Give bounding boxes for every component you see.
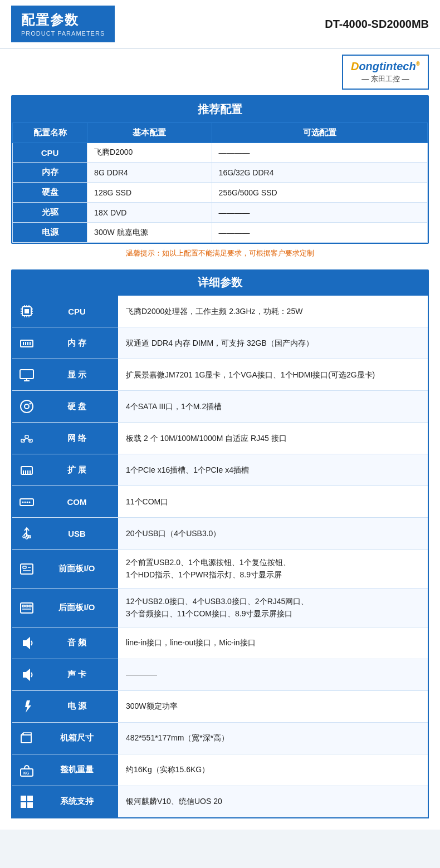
svg-rect-16: [25, 342, 26, 345]
svg-rect-60: [21, 796, 26, 801]
svg-rect-47: [23, 566, 26, 568]
svg-rect-14: [21, 340, 33, 347]
detail-value: 飞腾D2000处理器，工作主频 2.3GHz，功耗：25W: [118, 296, 428, 327]
detail-icon: [17, 301, 37, 321]
recommend-table: 配置名称 基本配置 可选配置 CPU 飞腾D2000 ———— 内存 8G DD…: [12, 122, 428, 243]
row-name: 电源: [13, 223, 87, 243]
list-item: 声 卡 ————: [12, 659, 428, 691]
list-item: 内 存 双通道 DDR4 内存 DIMM，可支持 32GB（国产内存）: [12, 327, 428, 359]
detail-icon: [17, 428, 37, 448]
recommend-section: 推荐配置 配置名称 基本配置 可选配置 CPU 飞腾D2000 ———— 内存 …: [11, 95, 429, 261]
detail-value: 双通道 DDR4 内存 DIMM，可支持 32GB（国产内存）: [118, 327, 428, 359]
detail-label: 音 频: [12, 627, 118, 659]
detail-value: 板载 2 个 10M/100M/1000M 自适应 RJ45 接口: [118, 423, 428, 454]
svg-point-23: [25, 404, 29, 409]
detail-value: 482*551*177mm（宽*深*高）: [118, 723, 428, 754]
detail-label: USB: [12, 518, 118, 549]
detail-label: 内 存: [12, 327, 118, 359]
list-item: USB 20个USB口（4个USB3.0）: [12, 518, 428, 550]
detail-icon: [17, 792, 37, 812]
recommend-table-wrapper: 推荐配置 配置名称 基本配置 可选配置 CPU 飞腾D2000 ———— 内存 …: [11, 95, 429, 244]
title-en: PRODUCT PARAMETERS: [21, 30, 105, 37]
detail-label: COM: [12, 486, 118, 517]
detail-label: 机箱尺寸: [12, 723, 118, 754]
detail-label-text: CPU: [40, 307, 114, 316]
detail-label: 显 示: [12, 359, 118, 390]
svg-point-45: [26, 537, 28, 539]
detail-label-text: 机箱尺寸: [40, 733, 114, 743]
detail-label: 后面板I/O: [12, 589, 118, 627]
detail-label: CPU: [12, 296, 118, 327]
brand-logo: Dongtintech® — 东田工控 —: [342, 55, 429, 90]
row-optional: ————: [212, 143, 427, 163]
logo-area: Dongtintech® — 东田工控 —: [0, 49, 440, 95]
table-row: 硬盘 128G SSD 256G/500G SSD: [13, 183, 428, 203]
detail-icon: [17, 665, 37, 685]
table-row: CPU 飞腾D2000 ————: [13, 143, 428, 163]
list-item: COM 11个COM口: [12, 486, 428, 518]
detail-icon: [17, 523, 37, 543]
svg-rect-50: [21, 603, 33, 613]
table-row: 内存 8G DDR4 16G/32G DDR4: [13, 163, 428, 183]
table-row: 电源 300W 航嘉电源 ————: [13, 223, 428, 243]
warm-tip: 温馨提示：如以上配置不能满足要求，可根据客户要求定制: [11, 244, 429, 261]
list-item: CPU 飞腾D2000处理器，工作主频 2.3GHz，功耗：25W: [12, 296, 428, 327]
svg-text:KG: KG: [23, 771, 30, 775]
row-name: 硬盘: [13, 183, 87, 203]
row-name: 内存: [13, 163, 87, 183]
table-row: 光驱 18X DVD ————: [13, 203, 428, 223]
detail-label-text: 内 存: [40, 338, 114, 349]
detail-label: 前面板I/O: [12, 550, 118, 588]
detail-icon: [17, 597, 37, 617]
row-basic: 300W 航嘉电源: [87, 223, 212, 243]
recommend-title: 推荐配置: [12, 96, 428, 122]
row-basic: 8G DDR4: [87, 163, 212, 183]
row-name: CPU: [13, 143, 87, 163]
detail-label: 扩 展: [12, 454, 118, 486]
detail-value: 11个COM口: [118, 486, 428, 517]
row-optional: ————: [212, 203, 427, 223]
detail-value: 12个USB2.0接口、4个USB3.0接口、2个RJ45网口、3个音频接口、1…: [118, 589, 428, 627]
svg-point-39: [29, 502, 31, 503]
detail-icon: [17, 697, 37, 717]
detail-value: 4个SATA III口，1个M.2插槽: [118, 391, 428, 422]
detail-icon: [17, 558, 37, 578]
row-name: 光驱: [13, 203, 87, 223]
detail-icon: [17, 460, 37, 480]
detail-label-text: 显 示: [40, 370, 114, 380]
svg-rect-26: [25, 435, 28, 438]
title-zh: 配置参数: [21, 11, 105, 29]
row-basic: 128G SSD: [87, 183, 212, 203]
detail-icon: [17, 633, 37, 653]
svg-rect-63: [27, 802, 33, 808]
detail-icon: [17, 333, 37, 353]
list-item: 电 源 300W额定功率: [12, 691, 428, 723]
svg-point-43: [23, 536, 25, 538]
svg-point-37: [25, 502, 26, 503]
list-item: 显 示 扩展景嘉微JM7201 1G显卡，1个VGA接口、1个HDMI接口(可选…: [12, 359, 428, 391]
list-item: 网 络 板载 2 个 10M/100M/1000M 自适应 RJ45 接口: [12, 423, 428, 454]
detail-value: line-in接口，line-out接口，Mic-in接口: [118, 627, 428, 659]
list-item: 音 频 line-in接口，line-out接口，Mic-in接口: [12, 627, 428, 659]
detail-value: 2个前置USB2.0、1个电源按钮、1个复位按钮、1个HDD指示、1个PWR指示…: [118, 550, 428, 588]
brand-sub: — 东田工控 —: [361, 74, 409, 84]
detail-label: 声 卡: [12, 659, 118, 690]
svg-rect-51: [22, 605, 25, 607]
row-basic: 18X DVD: [87, 203, 212, 223]
svg-rect-62: [21, 802, 26, 808]
detail-value: 300W额定功率: [118, 691, 428, 722]
svg-point-22: [21, 400, 33, 413]
detail-label-text: 音 频: [40, 637, 114, 648]
detail-label: 网 络: [12, 423, 118, 454]
list-item: 后面板I/O 12个USB2.0接口、4个USB3.0接口、2个RJ45网口、3…: [12, 589, 428, 627]
col-name-header: 配置名称: [13, 123, 87, 143]
detail-icon: [17, 728, 37, 748]
model-number: DT-4000-SD2000MB: [325, 18, 429, 31]
detail-value: 约16Kg（实称15.6KG）: [118, 754, 428, 786]
svg-rect-46: [21, 564, 33, 574]
list-item: 前面板I/O 2个前置USB2.0、1个电源按钮、1个复位按钮、1个HDD指示、…: [12, 550, 428, 589]
svg-rect-15: [23, 342, 24, 345]
detail-icon: [17, 365, 37, 385]
brand-name: Dongtintech®: [351, 60, 420, 73]
detail-label-text: 网 络: [40, 433, 114, 444]
